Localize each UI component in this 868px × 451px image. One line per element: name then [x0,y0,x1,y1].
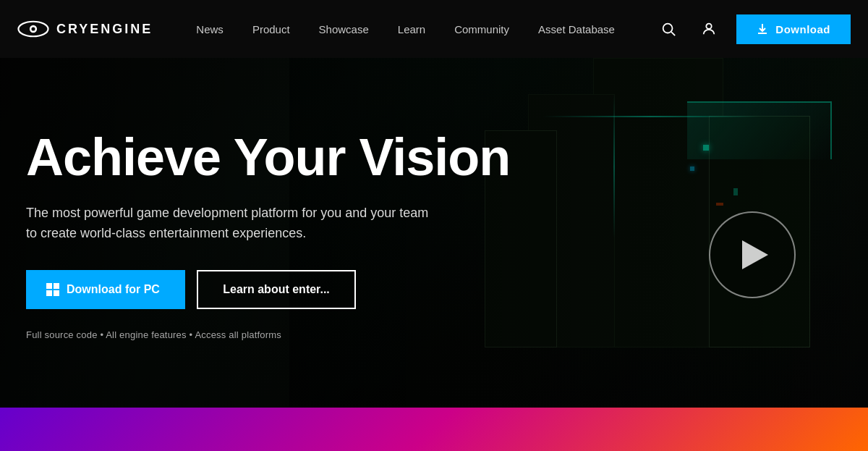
logo-icon [17,19,49,39]
nav-item-news[interactable]: News [182,0,238,58]
download-button[interactable]: Download [736,14,851,44]
learn-label: Learn about enter... [223,283,330,295]
download-label: Download [775,23,830,35]
hero-section: Achieve Your Vision The most powerful ga… [0,58,868,451]
search-icon [660,21,676,37]
hero-features: Full source code • All engine features •… [26,329,510,340]
svg-point-2 [31,27,35,30]
navbar: CRYENGINE News Product Showcase Learn Co… [0,0,868,58]
user-button[interactable] [696,16,722,42]
windows-icon [46,283,59,296]
hero-buttons: Download for PC Learn about enter... [26,270,510,309]
download-pc-label: Download for PC [67,283,160,296]
svg-point-3 [663,24,673,33]
hero-subtitle: The most powerful game development platf… [26,203,475,245]
nav-actions: Download [655,14,851,44]
nav-item-asset-database[interactable]: Asset Database [524,0,629,58]
nav-item-showcase[interactable]: Showcase [305,0,383,58]
nav-item-product[interactable]: Product [238,0,305,58]
user-icon [701,21,717,37]
download-icon [757,23,768,35]
svg-line-4 [671,32,675,35]
nav-links: News Product Showcase Learn Community As… [182,0,655,58]
play-icon [742,240,768,269]
bottom-strip [0,408,868,451]
svg-point-5 [707,24,712,29]
logo-link[interactable]: CRYENGINE [17,19,153,39]
search-button[interactable] [655,16,681,42]
logo-text: CRYENGINE [56,22,153,37]
hero-content: Achieve Your Vision The most powerful ga… [26,130,510,340]
download-pc-button[interactable]: Download for PC [26,270,185,309]
play-button[interactable] [709,211,796,298]
nav-item-community[interactable]: Community [440,0,524,58]
hero-title: Achieve Your Vision [26,130,510,185]
learn-button[interactable]: Learn about enter... [197,270,356,309]
nav-item-learn[interactable]: Learn [383,0,440,58]
